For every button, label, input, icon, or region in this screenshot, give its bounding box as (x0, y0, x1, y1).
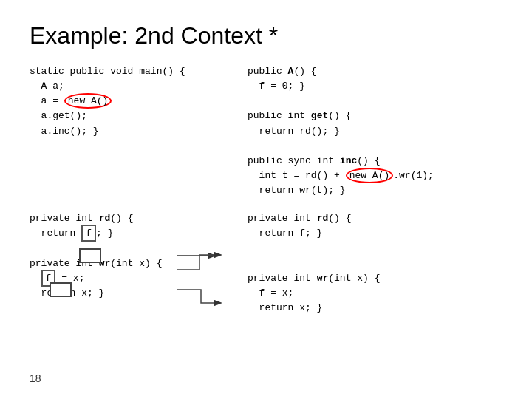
inc-line3: return wr(t); } (248, 185, 346, 196)
code-area: static public void main() { A a; a = new… (30, 64, 502, 316)
right-wr-line1: private int wr(int x) { (248, 273, 380, 284)
new-a-circle-inc: new A() (346, 168, 394, 183)
left-rd-line1: private int rd() { (30, 213, 133, 224)
new-a-circle-main: new A() (64, 93, 112, 109)
class-a-column: public A() { f = 0; } public int get() {… (248, 64, 521, 198)
left-rd-f-box: f (81, 225, 96, 242)
left-wr-line1: private int wr(int x) { (30, 258, 162, 269)
left-wr-f-box: f (41, 270, 56, 287)
get-line1: public int get() { (248, 110, 351, 121)
constructor-line1: public A() { (248, 66, 317, 77)
main-line4: a.get(); (30, 110, 87, 121)
left-rd-code: private int rd() { return f; } (30, 211, 133, 241)
inc-code: public sync int inc() { int t = rd() + n… (248, 154, 521, 198)
bottom-section: private int rd() { return f; } private i… (30, 211, 502, 316)
right-rd-line2: return f; } (248, 228, 322, 239)
get-code: public int get() { return rd(); } (248, 109, 521, 138)
left-private-column: private int rd() { return f; } private i… (30, 211, 248, 316)
left-rd-line2: return f; } (30, 225, 113, 242)
constructor-code: public A() { f = 0; } (248, 64, 521, 94)
slide: Example: 2nd Context * static public voi… (0, 0, 532, 399)
main-method-column: static public void main() { A a; a = new… (30, 64, 248, 198)
main-line2: A a; (30, 81, 64, 92)
main-line3: a = new A() (30, 93, 112, 109)
right-wr-line3: return x; } (248, 302, 322, 313)
left-wr-line2: f = x; (30, 270, 84, 287)
inc-line1: public sync int inc() { (248, 155, 380, 166)
slide-number: 18 (30, 372, 41, 384)
slide-title: Example: 2nd Context * (30, 22, 502, 50)
right-rd-line1: private int rd() { (248, 213, 351, 224)
top-columns: static public void main() { A a; a = new… (30, 64, 502, 198)
left-wr-line3: return x; } (30, 287, 104, 299)
right-rd-code: private int rd() { return f; } (248, 211, 521, 241)
main-code: static public void main() { A a; a = new… (30, 64, 248, 139)
bottom-columns: private int rd() { return f; } private i… (30, 211, 502, 316)
main-line5: a.inc(); } (30, 126, 99, 137)
left-wr-code: private int wr(int x) { f = x; return x;… (30, 256, 248, 301)
right-wr-code: private int wr(int x) { f = x; return x;… (248, 271, 521, 316)
right-wr-line2: f = x; (248, 287, 293, 299)
constructor-line2: f = 0; } (248, 81, 305, 92)
right-private-column: private int rd() { return f; } private i… (248, 211, 521, 316)
inc-line2: int t = rd() + new A().wr(1); (248, 168, 434, 183)
main-line1: static public void main() { (30, 66, 197, 77)
get-line2: return rd(); } (248, 126, 340, 137)
